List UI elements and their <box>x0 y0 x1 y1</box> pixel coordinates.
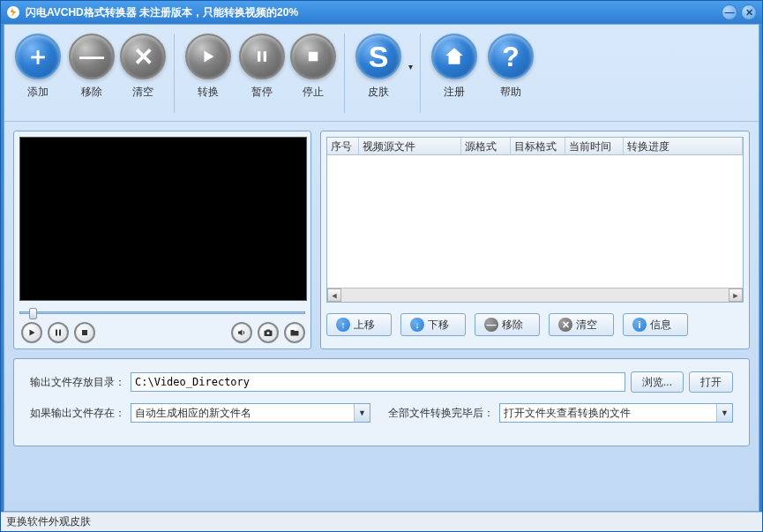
stop-icon <box>79 327 90 338</box>
clear-button[interactable]: ✕ 清空 <box>117 34 168 100</box>
output-settings-panel: 输出文件存放目录： 浏览... 打开 如果输出文件存在： 自动生成相应的新文件名… <box>13 358 750 446</box>
svg-rect-9 <box>266 330 270 332</box>
skin-button[interactable]: S 皮肤 <box>350 34 407 100</box>
plus-icon: ＋ <box>26 40 50 73</box>
col-source[interactable]: 视频源文件 <box>359 138 461 154</box>
window-title: 闪电AVCHD格式转换器 未注册版本，只能转换视频的20% <box>26 5 298 20</box>
exists-label: 如果输出文件存在： <box>30 406 125 421</box>
stop-icon <box>305 49 321 64</box>
close-button[interactable]: ✕ <box>741 4 757 20</box>
play-icon <box>198 47 218 66</box>
preview-stop-button[interactable] <box>74 322 95 343</box>
app-icon <box>6 5 20 19</box>
col-srcfmt[interactable]: 源格式 <box>461 138 511 154</box>
client-area: ＋ 添加 — 移除 ✕ 清空 转换 <box>4 24 759 512</box>
move-up-button[interactable]: ↑上移 <box>326 313 392 336</box>
arrow-down-icon: ↓ <box>410 318 424 332</box>
volume-button[interactable] <box>231 322 252 343</box>
after-combo[interactable]: 打开文件夹查看转换的文件 ▼ <box>499 403 733 423</box>
stop-button[interactable]: 停止 <box>288 34 339 100</box>
skin-dropdown-arrow[interactable]: ▾ <box>408 62 413 71</box>
question-icon: ? <box>502 41 520 73</box>
browse-button[interactable]: 浏览... <box>631 371 684 393</box>
preview-play-button[interactable] <box>21 322 42 343</box>
col-tgtfmt[interactable]: 目标格式 <box>511 138 565 154</box>
open-folder-button[interactable] <box>284 322 305 343</box>
skin-icon: S <box>369 40 389 74</box>
add-button[interactable]: ＋ 添加 <box>10 34 66 100</box>
app-window: 闪电AVCHD格式转换器 未注册版本，只能转换视频的20% — ✕ ＋ 添加 —… <box>0 0 763 532</box>
col-progress[interactable]: 转换进度 <box>624 138 743 154</box>
svg-point-8 <box>267 332 270 334</box>
register-button[interactable]: 注册 <box>426 34 482 100</box>
status-text: 更换软件外观皮肤 <box>6 514 91 529</box>
output-dir-input[interactable] <box>131 372 625 392</box>
play-icon <box>26 327 37 338</box>
horizontal-scrollbar[interactable]: ◄ ► <box>327 288 743 302</box>
status-bar: 更换软件外观皮肤 <box>1 512 762 531</box>
list-remove-button[interactable]: —移除 <box>475 313 540 336</box>
main-toolbar: ＋ 添加 — 移除 ✕ 清空 转换 <box>4 25 759 122</box>
svg-rect-5 <box>59 330 61 336</box>
file-table: 序号 视频源文件 源格式 目标格式 当前时间 转换进度 ◄ ► <box>326 137 744 303</box>
seek-slider[interactable] <box>19 311 305 314</box>
svg-rect-1 <box>258 51 260 62</box>
scroll-right-arrow[interactable]: ► <box>729 288 743 302</box>
svg-rect-4 <box>56 330 57 336</box>
video-preview <box>19 137 307 301</box>
chevron-down-icon[interactable]: ▼ <box>716 404 732 422</box>
col-curtime[interactable]: 当前时间 <box>565 138 624 154</box>
pause-icon <box>253 48 271 65</box>
convert-button[interactable]: 转换 <box>180 34 236 100</box>
seek-thumb[interactable] <box>29 308 37 319</box>
svg-rect-3 <box>309 52 318 62</box>
exists-combo[interactable]: 自动生成相应的新文件名 ▼ <box>131 403 370 423</box>
col-seq[interactable]: 序号 <box>327 138 359 154</box>
svg-rect-2 <box>264 51 266 62</box>
table-body[interactable] <box>327 155 743 303</box>
move-down-button[interactable]: ↓下移 <box>400 313 466 336</box>
folder-icon <box>289 327 300 338</box>
arrow-up-icon: ↑ <box>336 318 350 332</box>
preview-panel <box>13 131 311 349</box>
x-icon: ✕ <box>133 42 153 71</box>
info-icon: i <box>632 318 647 332</box>
file-list-panel: 序号 视频源文件 源格式 目标格式 当前时间 转换进度 ◄ ► <box>320 131 750 349</box>
minus-icon: — <box>79 42 104 71</box>
open-output-button[interactable]: 打开 <box>689 371 733 393</box>
x-icon: ✕ <box>558 318 572 332</box>
scroll-left-arrow[interactable]: ◄ <box>327 288 341 302</box>
info-button[interactable]: i信息 <box>623 313 688 336</box>
output-dir-label: 输出文件存放目录： <box>30 375 125 390</box>
minus-icon: — <box>484 318 498 332</box>
camera-icon <box>263 327 273 338</box>
remove-button[interactable]: — 移除 <box>66 34 117 100</box>
pause-icon <box>53 327 64 338</box>
pause-button[interactable]: 暂停 <box>236 34 288 100</box>
title-bar[interactable]: 闪电AVCHD格式转换器 未注册版本，只能转换视频的20% — ✕ <box>1 1 762 24</box>
minimize-button[interactable]: — <box>722 4 737 20</box>
list-clear-button[interactable]: ✕清空 <box>549 313 614 336</box>
speaker-icon <box>236 327 247 338</box>
help-button[interactable]: ? 帮助 <box>482 34 539 100</box>
snapshot-button[interactable] <box>258 322 279 343</box>
preview-pause-button[interactable] <box>48 322 69 343</box>
home-icon <box>443 45 466 68</box>
after-label: 全部文件转换完毕后： <box>388 406 494 421</box>
chevron-down-icon[interactable]: ▼ <box>354 404 370 422</box>
svg-rect-6 <box>82 330 87 335</box>
